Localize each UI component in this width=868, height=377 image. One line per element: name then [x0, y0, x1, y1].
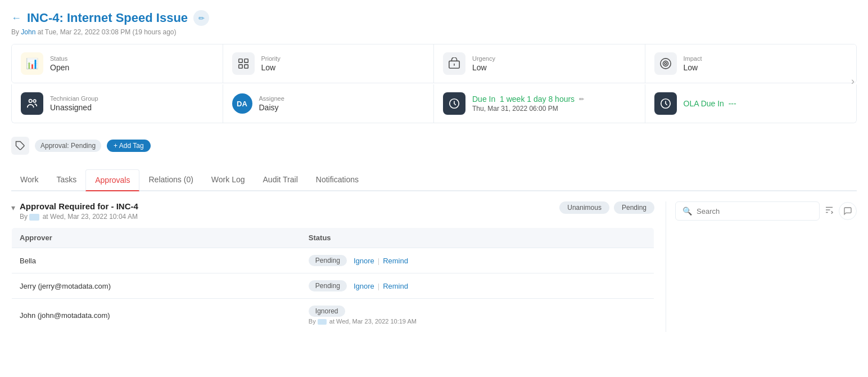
priority-info: Priority Low [261, 55, 281, 72]
col-status: Status [301, 228, 654, 248]
back-arrow[interactable]: ← [11, 12, 21, 24]
approver-name: Bella [12, 248, 301, 273]
edit-icon: ✏ [198, 14, 205, 23]
author-link[interactable]: John [21, 28, 35, 36]
status-badge: Pending [309, 280, 347, 291]
scroll-right-arrow[interactable]: › [851, 75, 855, 87]
approval-title: Approval Required for - INC-4 [20, 201, 138, 211]
status-badge: Pending [309, 255, 347, 266]
ignored-by: By at Wed, Mar 23, 2022 10:19 AM [309, 318, 646, 325]
tab-work-log[interactable]: Work Log [202, 169, 254, 191]
svg-point-10 [33, 100, 36, 102]
approval-by-avatar [29, 214, 39, 221]
tag-icon [11, 137, 29, 155]
svg-point-8 [664, 62, 667, 65]
impact-info: Impact Low [684, 55, 702, 72]
svg-rect-1 [244, 59, 247, 62]
svg-rect-3 [238, 65, 242, 68]
page-title: INC-4: Internet Speed Issue [27, 11, 188, 25]
search-box[interactable]: 🔍 [675, 201, 820, 221]
remind-link[interactable]: Remind [383, 257, 408, 265]
priority-icon [232, 52, 255, 75]
status-info: Status Open [50, 55, 69, 72]
meta-technician-group[interactable]: Technician Group Unassigned [12, 84, 223, 123]
urgency-icon [443, 52, 465, 75]
tags-row: Approval: Pending + Add Tag [11, 131, 857, 160]
status-badge: Ignored [309, 306, 345, 317]
meta-priority[interactable]: Priority Low [223, 44, 435, 83]
meta-assignee[interactable]: DA Assignee Daisy [223, 84, 435, 123]
table-row: Jerry (jerry@motadata.com) Pending Ignor… [12, 273, 654, 299]
assignee-avatar: DA [232, 93, 252, 114]
tab-approvals[interactable]: Approvals [85, 169, 139, 191]
tab-notifications[interactable]: Notifications [307, 169, 368, 191]
svg-point-9 [29, 100, 33, 103]
technician-group-icon [21, 92, 43, 115]
approval-pending-tag: Approval: Pending [35, 140, 101, 152]
left-panel: ▾ Approval Required for - INC-4 By at We… [11, 201, 654, 332]
approver-name: John (john@motadata.com) [12, 299, 301, 332]
approver-name: Jerry (jerry@motadata.com) [12, 273, 301, 299]
badge-unanimous: Unanimous [559, 201, 609, 214]
due-edit-icon[interactable]: ✏ [579, 96, 584, 103]
meta-impact[interactable]: Impact Low [645, 44, 857, 83]
collapse-arrow[interactable]: ▾ [11, 203, 15, 212]
search-icon: 🔍 [682, 207, 692, 216]
sort-button[interactable] [824, 205, 834, 217]
meta-status[interactable]: 📊 Status Open [12, 44, 223, 83]
urgency-info: Urgency Low [472, 55, 495, 72]
subtitle-by: By [11, 28, 21, 36]
badge-pending: Pending [614, 201, 654, 214]
meta-due-in[interactable]: Due In 1 week 1 day 8 hours ✏ Thu, Mar 3… [434, 84, 645, 123]
action-links: Ignore | Remind [354, 282, 408, 290]
tab-relations[interactable]: Relations (0) [139, 169, 202, 191]
ola-due-icon [654, 92, 677, 115]
tab-audit-trail[interactable]: Audit Trail [254, 169, 307, 191]
chat-button[interactable] [839, 202, 857, 220]
col-approver: Approver [12, 228, 301, 248]
approval-badges: Unanimous Pending [559, 201, 654, 214]
due-in-icon [443, 92, 465, 115]
svg-point-7 [663, 61, 668, 66]
impact-icon [654, 52, 677, 75]
tab-tasks[interactable]: Tasks [47, 169, 85, 191]
ignore-link[interactable]: Ignore [354, 282, 374, 290]
right-panel: 🔍 [666, 201, 857, 332]
svg-rect-0 [238, 59, 242, 62]
tabs-bar: Work Tasks Approvals Relations (0) Work … [11, 169, 857, 191]
tab-work[interactable]: Work [11, 169, 47, 191]
ignore-link[interactable]: Ignore [354, 257, 374, 265]
action-links: Ignore | Remind [354, 257, 408, 265]
subtitle-datetime: at Tue, Mar 22, 2022 03:08 PM (19 hours … [38, 28, 177, 36]
assignee-info: Assignee Daisy [259, 95, 284, 112]
remind-link[interactable]: Remind [383, 282, 408, 290]
add-tag-button[interactable]: + Add Tag [107, 140, 151, 152]
ignored-avatar [318, 319, 327, 325]
approval-table: Approver Status Bella Pending Ignore [11, 227, 654, 332]
search-input[interactable] [697, 207, 812, 216]
svg-rect-2 [244, 65, 247, 68]
table-row: John (john@motadata.com) Ignored By at W… [12, 299, 654, 332]
status-icon: 📊 [21, 52, 43, 75]
ola-info: OLA Due In --- [684, 99, 736, 108]
edit-title-button[interactable]: ✏ [193, 10, 209, 26]
meta-ola-due-in[interactable]: OLA Due In --- [645, 84, 857, 123]
table-row: Bella Pending Ignore | Remind [12, 248, 654, 273]
meta-urgency[interactable]: Urgency Low [434, 44, 645, 83]
right-panel-header: 🔍 [675, 201, 857, 221]
technician-group-info: Technician Group Unassigned [50, 95, 98, 112]
due-in-info: Due In 1 week 1 day 8 hours ✏ Thu, Mar 3… [472, 95, 584, 113]
approval-by: By at Wed, Mar 23, 2022 10:04 AM [20, 213, 138, 221]
svg-point-6 [660, 59, 670, 69]
